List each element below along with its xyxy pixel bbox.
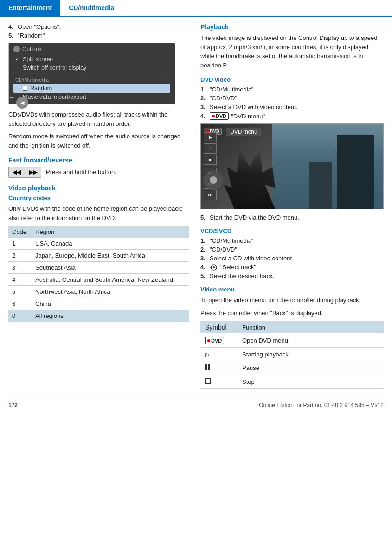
dvd-nav-wheel[interactable]: [204, 170, 223, 190]
dvd-screenshot: DVD menu DVD ▶ ⏸ ■ ⏭ ⏮ ⏭: [200, 123, 384, 209]
video-menu-heading: Video menu: [200, 286, 384, 293]
vcd-step-1-num: 1.: [200, 237, 207, 244]
svg-point-1: [213, 266, 215, 268]
vcd-step-5: 5. Select the desired track.: [200, 272, 384, 279]
options-music-import: Music data import/export: [13, 93, 170, 101]
video-menu-table-body: DVD Open DVD menu ▷ Starting playback: [200, 333, 384, 389]
dvd-step-5-num: 5.: [200, 214, 207, 221]
region-cell: Northwest Asia, North Africa: [32, 286, 189, 298]
table-row: Pause: [200, 361, 384, 375]
table-row: 2Japan, Europe, Middle East, South Afric…: [8, 250, 189, 262]
options-split-screen: Split screen: [13, 55, 170, 64]
fast-forward-heading: Fast forward/reverse: [8, 156, 189, 164]
dvd-steps: 1. "CD/Multimedia" 2. "CD/DVD" 3. Select…: [200, 86, 384, 120]
region-table: Code Region 1USA, Canada2Japan, Europe, …: [8, 226, 189, 322]
ff-box: ◀◀ ▶▶ Press and hold the button.: [8, 167, 189, 178]
code-cell: 4: [8, 274, 32, 286]
page-header: Entertainment CD/multimedia: [0, 0, 392, 17]
step-5-text: "Random": [18, 32, 45, 39]
table-row: ▷ Starting playback: [200, 348, 384, 361]
country-body-text: Only DVDs with the code of the home regi…: [8, 204, 189, 222]
building: [337, 135, 374, 209]
code-cell: 1: [8, 238, 32, 250]
dvd-control-buttons: ▶ ⏸ ■ ⏭ ⏮ ⏭: [204, 132, 217, 200]
step-4-num: 4.: [8, 23, 15, 30]
page-number: 172: [8, 402, 18, 408]
pause-symbol-cell: [200, 361, 238, 375]
region-cell: Japan, Europe, Middle East, South Africa: [32, 250, 189, 262]
step-5-num: 5.: [8, 32, 15, 39]
playback-heading: Playback: [200, 23, 384, 31]
video-menu-body2: Press the controller when "Back" is disp…: [200, 309, 384, 318]
code-cell: 5: [8, 286, 32, 298]
body-text-2: Random mode is switched off when the aud…: [8, 132, 189, 150]
dvd-play-btn[interactable]: ▶: [204, 132, 217, 142]
vcd-step-4-content: "Select track": [210, 264, 256, 271]
dvd-step-1-text: "CD/Multimedia": [210, 86, 253, 93]
dvd-step5-list: 5. Start the DVD via the DVD menu.: [200, 214, 384, 221]
dvd-step-2: 2. "CD/DVD": [200, 95, 384, 102]
ff-text: Press and hold the button.: [46, 168, 116, 177]
pause-icon: [205, 364, 210, 370]
opening-steps: 4. Open "Options". 5. "Random": [8, 23, 189, 39]
dvd-step-3: 3. Select a DVD with video content.: [200, 104, 384, 110]
table-row: 5Northwest Asia, North Africa: [8, 286, 189, 298]
vcd-step-2-text: "CD/DVD": [210, 246, 237, 253]
region-col-header: Region: [32, 226, 189, 238]
video-playback-heading: Video playback: [8, 184, 189, 192]
video-menu-table: Symbol Function DVD Open DVD menu ▷ Star…: [200, 321, 384, 389]
region-cell: Australia, Central and South America, Ne…: [32, 274, 189, 286]
gear-icon: [13, 46, 20, 52]
checkbox-icon: [23, 86, 27, 91]
dvd-logo-icon: DVD: [210, 112, 229, 120]
dvd-step-4: 4. DVD "DVD menu": [200, 112, 384, 120]
playback-body-text: The video image is displayed on the Cont…: [200, 33, 384, 70]
options-switch-off: Switch off control display: [13, 64, 170, 72]
options-screenshot: Options Split screen Switch off control …: [8, 43, 175, 104]
dvd-video-heading: DVD video: [200, 76, 384, 83]
dvd-pause-btn[interactable]: ⏸: [204, 143, 217, 154]
region-cell: Southeast Asia: [32, 262, 189, 274]
dvd-step-5-text: Start the DVD via the DVD menu.: [210, 214, 299, 221]
options-random[interactable]: Random: [13, 84, 170, 93]
table-row: DVD Open DVD menu: [200, 333, 384, 348]
tree-silhouette: [224, 149, 275, 209]
vcd-step-3-num: 3.: [200, 255, 207, 262]
dvd-skip-btn[interactable]: ⏭: [204, 190, 217, 200]
tab-entertainment[interactable]: Entertainment: [0, 0, 60, 16]
dvd-step-5: 5. Start the DVD via the DVD menu.: [200, 214, 384, 221]
nav-line: [10, 97, 13, 98]
vcd-step-4-text: "Select track": [220, 264, 256, 271]
right-column: Playback The video image is displayed on…: [200, 23, 384, 389]
rewind-button[interactable]: ◀◀: [9, 167, 25, 177]
country-codes-heading: Country codes: [8, 194, 189, 201]
code-col-header: Code: [8, 226, 32, 238]
code-cell: 2: [8, 250, 32, 262]
region-table-body: 1USA, Canada2Japan, Europe, Middle East,…: [8, 238, 189, 322]
function-header: Function: [238, 321, 384, 333]
table-row: 4Australia, Central and South America, N…: [8, 274, 189, 286]
fastforward-button[interactable]: ▶▶: [25, 167, 41, 177]
dvd-step-2-text: "CD/DVD": [210, 95, 237, 102]
starting-playback-function: Starting playback: [238, 348, 384, 361]
nav-left-arrow[interactable]: ◀: [16, 97, 28, 109]
dvd-step-2-num: 2.: [200, 95, 207, 102]
vcd-step-3: 3. Select a CD with video content.: [200, 255, 384, 262]
table-row: Stop: [200, 375, 384, 389]
vcd-step-5-text: Select the desired track.: [210, 272, 274, 279]
dvd-stop-btn[interactable]: ■: [204, 155, 217, 165]
options-section-label: CD/Multimedia: [13, 76, 170, 84]
dvd-logo-cell: DVD: [200, 333, 238, 348]
dvd-menu-label: DVD menu: [226, 128, 261, 136]
stop-symbol-cell: [200, 375, 238, 389]
vcd-step-4: 4. "Select track": [200, 264, 384, 271]
table-row: 3Southeast Asia: [8, 262, 189, 274]
dvd-step-1: 1. "CD/Multimedia": [200, 86, 384, 93]
dvd-step-3-num: 3.: [200, 104, 207, 110]
code-cell: 3: [8, 262, 32, 274]
options-title: Options: [13, 46, 170, 52]
code-cell: 6: [8, 298, 32, 310]
dvd-menu-logo-icon: DVD: [205, 337, 224, 344]
vcd-step-4-num: 4.: [200, 264, 207, 271]
tab-cd-multimedia[interactable]: CD/multimedia: [60, 0, 122, 16]
